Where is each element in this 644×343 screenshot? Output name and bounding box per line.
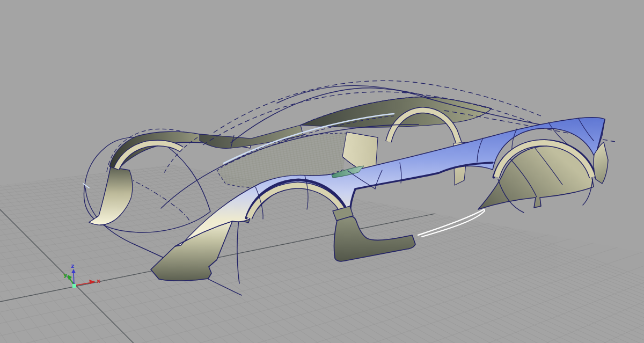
origin-point: [72, 284, 76, 288]
viewport-3d[interactable]: x y z: [0, 0, 644, 343]
z-axis-arrow: [74, 272, 74, 286]
y-axis-label: y: [63, 272, 67, 279]
x-axis-label: x: [97, 278, 100, 284]
z-axis-label: z: [71, 262, 74, 269]
cad-viewport-window: x y z: [0, 0, 644, 343]
